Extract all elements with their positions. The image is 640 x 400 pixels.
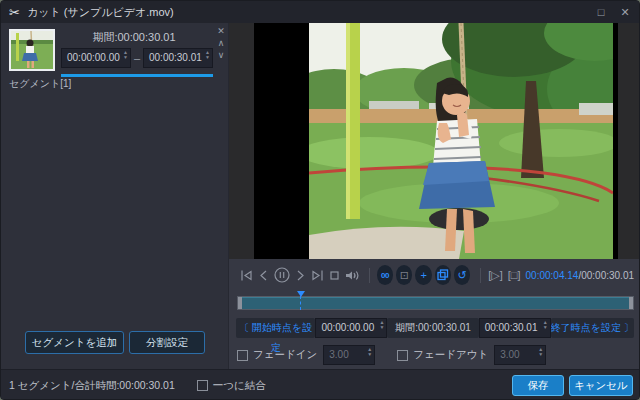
play-segment-button[interactable]: [▷] [488,269,503,282]
cut-dialog-window: ✂ カット (サンプルビデオ.mov) □ ✕ 期間:00:00:30.01 [0,0,640,400]
segment-start-input[interactable]: 00:00:00.00 ▲ ▼ [61,48,131,68]
divider [480,268,481,283]
split-settings-button[interactable]: 分割設定 [129,331,205,354]
merge-into-one-label: 一つに結合 [213,379,266,393]
frame-select-button[interactable]: ⊡ [396,265,412,285]
range-dash: – [131,52,143,64]
video-player [229,23,640,259]
trim-end-input[interactable]: 00:00:30.01 ▲ ▼ [479,318,551,338]
fade-in-label: フェードイン [253,348,317,362]
trim-duration-label: 期間:00:00:30.01 [387,318,478,338]
fade-in-duration-input[interactable]: 3.00 ▲ ▼ [323,345,375,365]
fade-out-checkbox[interactable] [397,350,408,361]
spinner[interactable]: ▲ ▼ [123,50,128,60]
window-title: カット (サンプルビデオ.mov) [27,5,174,20]
segment-end-input[interactable]: 00:00:30.01 ▲ ▼ [143,48,213,68]
trim-start-input[interactable]: 00:00:00.00 ▲ ▼ [315,318,387,338]
timecode-display: 00:00:04.14/00:00:30.01 [526,270,634,281]
step-forward-icon[interactable] [293,267,308,283]
segment-sidebar: 期間:00:00:30.01 00:00:00.00 ▲ ▼ – 00:00:3… [1,23,229,369]
trim-end-handle[interactable] [629,297,633,309]
divider [369,268,370,283]
add-segment-quick-button[interactable]: + [415,265,431,285]
skip-to-end-icon[interactable] [310,267,325,283]
total-time: 00:00:30.01 [581,270,634,281]
segment-thumbnail[interactable] [9,29,55,71]
cancel-button[interactable]: キャンセル [569,375,633,396]
spinner[interactable]: ▲ ▼ [543,320,548,330]
set-start-point-button[interactable]: 〔 開始時点を設定 [236,318,315,338]
timeline-bar[interactable] [237,296,634,310]
save-button[interactable]: 保存 [512,375,564,396]
video-frame [309,23,613,259]
spin-down-icon[interactable]: ▼ [379,325,384,330]
spinner[interactable]: ▲ ▼ [379,320,384,330]
transport-controls: 00 ⊡ + ↺ [▷] [□] 00:00:04.14/00:00:30.01 [229,260,640,290]
split-segment-button[interactable]: 00 [377,265,393,285]
stop-icon[interactable] [327,267,342,283]
copy-segment-button[interactable] [435,265,451,285]
playhead-line [300,296,301,310]
spin-down-icon[interactable]: ▼ [205,55,210,60]
spin-down-icon[interactable]: ▼ [538,352,543,357]
segment-duration-label: 期間:00:00:30.01 [59,30,209,45]
park-swing-scene [309,23,613,259]
spinner[interactable]: ▲ ▼ [367,347,372,357]
footer-bar: 1 セグメント/合計時間:00:00:30.01 一つに結合 保存 キャンセル [1,369,640,400]
merge-into-one-checkbox[interactable] [197,380,208,391]
segment-delete-icon[interactable]: ✕ [215,25,227,37]
segment-range-bar [61,74,213,77]
fade-out-duration-input[interactable]: 3.00 ▲ ▼ [494,345,546,365]
spin-down-icon[interactable]: ▼ [367,352,372,357]
segment-move-up-icon[interactable]: ∧ [215,37,227,49]
set-end-point-button[interactable]: 終了時点を設定 〕 [551,318,634,338]
segment-move-down-icon[interactable]: ∨ [215,49,227,61]
fade-out-label: フェードアウト [413,348,488,362]
add-segment-button[interactable]: セグメントを追加 [25,331,124,354]
reset-button[interactable]: ↺ [454,265,470,285]
spin-down-icon[interactable]: ▼ [543,325,548,330]
current-time: 00:00:04.14 [526,270,579,281]
fade-options-row: フェードイン 3.00 ▲ ▼ フェードアウト 3.00 ▲ ▼ [237,345,637,365]
step-back-icon[interactable] [256,267,271,283]
stop-segment-button[interactable]: [□] [508,269,521,281]
segment-name: セグメント[1] [9,77,71,91]
pause-button-icon[interactable] [273,267,291,283]
preview-panel: 00 ⊡ + ↺ [▷] [□] 00:00:04.14/00:00:30.01 [229,23,640,369]
spin-down-icon[interactable]: ▼ [123,55,128,60]
spinner[interactable]: ▲ ▼ [538,347,543,357]
skip-to-start-icon[interactable] [239,267,254,283]
playhead-triangle-icon[interactable] [297,291,305,297]
close-button[interactable]: ✕ [613,1,637,23]
video-screen [254,23,618,259]
maximize-button[interactable]: □ [589,1,613,23]
segment-thumbnail-image [11,31,53,69]
volume-icon[interactable] [344,267,360,283]
spinner[interactable]: ▲ ▼ [205,50,210,60]
trim-time-row: 〔 開始時点を設定 00:00:00.00 ▲ ▼ 期間:00:00:30.01… [236,317,634,339]
scissors-icon: ✂ [9,5,20,20]
fade-in-checkbox[interactable] [237,350,248,361]
segment-summary: 1 セグメント/合計時間:00:00:30.01 [9,379,175,393]
trim-timeline[interactable] [237,291,634,311]
title-bar: ✂ カット (サンプルビデオ.mov) □ ✕ [1,1,640,23]
